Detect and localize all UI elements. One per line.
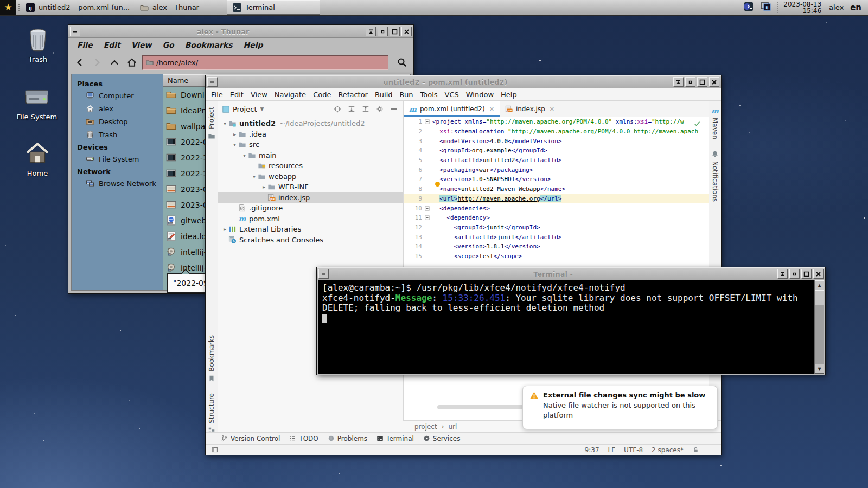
toolwindow-tab-project[interactable]: Project [208,107,215,140]
code-line-3[interactable]: 3 <modelVersion>4.0.0</modelVersion> [404,136,709,146]
menu-code[interactable]: Code [313,91,331,99]
intellij-titlebar[interactable]: untitled2 – pom.xml (untitled2) [206,75,721,88]
notification-popup[interactable]: External file changes sync might be slow… [522,386,718,429]
code-line-6[interactable]: 6 <packaging>war</packaging> [404,165,709,175]
toolwindow-button-version-control[interactable]: Version Control [221,435,280,442]
chevron-down-icon[interactable]: ▾ [221,120,228,126]
chevron-right-icon[interactable]: ▸ [260,184,267,190]
shade-button[interactable] [673,77,684,87]
menu-help[interactable]: Help [243,41,263,49]
menu-window[interactable]: Window [466,91,494,99]
minimize-button[interactable] [318,269,329,279]
stick-button[interactable] [789,269,800,279]
indent-setting[interactable]: 2 spaces* [652,446,684,454]
toolwindow-tab-structure[interactable]: Structure [208,393,215,434]
menu-run[interactable]: Run [400,91,413,99]
editor-tab-pom-xml-untitled2-[interactable]: mpom.xml (untitled2)✕ [404,101,500,117]
search-button[interactable] [395,55,409,69]
toolwindow-button-todo[interactable]: TODO [289,435,318,442]
maximize-button[interactable] [801,269,812,279]
tree-node--gitignore[interactable]: .gitignore [218,203,403,214]
close-tab-icon[interactable]: ✕ [550,106,554,113]
code-line-1[interactable]: 1<project xmlns="http://maven.apache.org… [404,117,709,127]
shade-button[interactable] [366,27,376,36]
menu-button[interactable]: ★ [0,0,16,15]
user-indicator[interactable]: alex [826,0,847,15]
caret-position[interactable]: 9:37 [585,446,599,454]
code-line-4[interactable]: 4 <groupId>org.example</groupId> [404,146,709,156]
panel-handle[interactable] [16,0,21,15]
clock[interactable]: 2023-08-13 15:46 [779,0,826,15]
tree-node-untitled2[interactable]: ▾untitled2~/IdeaProjects/untitled2 [218,118,403,129]
tree-node-index-jsp[interactable]: JSPindex.jsp [218,192,403,203]
sidebar-item-trash[interactable]: Trash [72,128,163,141]
tree-node-external-libraries[interactable]: ▸External Libraries [218,224,403,235]
panel-settings-icon[interactable] [375,104,385,114]
shade-button[interactable] [777,269,788,279]
menu-edit[interactable]: Edit [104,41,120,49]
toolwindow-button-services[interactable]: Services [423,435,461,442]
toolwindow-tab-maven[interactable]: mMaven [711,107,719,139]
chevron-down-icon[interactable]: ▾ [241,152,248,158]
toolwindow-tab-notifications[interactable]: Notifications [711,150,719,202]
layout-toggle-icon[interactable] [211,446,218,453]
code-line-9[interactable]: 9 <url>http://maven.apache.org</url> [404,194,709,204]
home-button[interactable] [125,55,139,69]
tree-node-src[interactable]: ▾src [218,139,403,150]
tray-item[interactable]: IJ [760,1,772,14]
desktop-icon-home[interactable]: Home [11,141,63,177]
tree-node-scratches-and-consoles[interactable]: Scratches and Consoles [218,235,403,246]
taskbar-window-button[interactable]: Terminal - [227,0,320,15]
close-button[interactable] [813,269,824,279]
chevron-right-icon[interactable]: ▸ [221,226,228,232]
back-button[interactable] [73,55,87,69]
terminal-output[interactable]: [alex@caramba:~]$ /usr/pkg/lib/xfce4/not… [318,280,814,374]
location-bar[interactable]: /home/alex/ [142,55,388,70]
menu-view[interactable]: View [131,41,152,49]
editor-tab-index-jsp[interactable]: JSPindex.jsp✕ [500,101,560,117]
menu-go[interactable]: Go [163,41,174,49]
up-button[interactable] [107,55,122,69]
scroll-up-button[interactable]: ▲ [815,280,824,290]
tree-node-webapp[interactable]: ▾webapp [218,171,403,182]
toolwindow-tab-bookmarks[interactable]: Bookmarks [208,335,215,382]
menu-refactor[interactable]: Refactor [338,91,368,99]
code-line-15[interactable]: 15 <scope>test</scope> [404,252,709,261]
scrollbar-thumb[interactable] [815,290,824,305]
encoding[interactable]: UTF-8 [624,446,643,454]
language-indicator[interactable]: en [847,0,868,15]
sidebar-item-browse-network[interactable]: Browse Network [72,177,163,190]
maximize-button[interactable] [390,27,400,36]
desktop-icon-file-system[interactable]: File System [11,85,63,121]
tree-node-main[interactable]: ▾main [218,150,403,161]
menu-file[interactable]: File [77,41,93,49]
thunar-titlebar[interactable]: alex - Thunar [68,25,413,38]
terminal-titlebar[interactable]: Terminal - [317,267,825,280]
code-line-2[interactable]: 2 xsi:schemaLocation="http://maven.apach… [404,127,709,137]
expand-all-icon[interactable] [347,104,356,114]
stick-button[interactable] [685,77,695,87]
code-line-7[interactable]: 7 <version>1.0-SNAPSHOT</version> [404,175,709,184]
code-line-5[interactable]: 5 <artifactId>untitled2</artifactId> [404,156,709,165]
scroll-down-button[interactable]: ▼ [815,364,824,374]
fold-marker-icon[interactable] [422,119,432,124]
collapse-all-icon[interactable] [361,104,371,114]
tab-options-icon[interactable] [700,101,709,117]
project-panel-title[interactable]: Project [233,105,257,113]
close-button[interactable] [401,27,412,36]
minimize-button[interactable] [207,77,218,87]
menu-view[interactable]: View [251,91,267,99]
sidebar-item-file-system[interactable]: File System [72,152,163,165]
sidebar-item-alex[interactable]: alex [72,102,163,115]
code-line-8[interactable]: 8 <name>untitled2 Maven Webapp</name> [404,184,709,194]
fold-marker-icon[interactable] [422,206,432,211]
menu-tools[interactable]: Tools [420,91,438,99]
lock-icon[interactable] [692,446,699,453]
minimize-button[interactable] [70,27,80,36]
menu-edit[interactable]: Edit [230,91,244,99]
chevron-down-icon[interactable]: ▾ [231,142,238,147]
menu-bookmarks[interactable]: Bookmarks [185,41,233,49]
tree-node-resources[interactable]: resources [218,160,403,171]
xml-breadcrumb-project[interactable]: project [414,423,437,431]
menu-file[interactable]: File [211,91,223,99]
